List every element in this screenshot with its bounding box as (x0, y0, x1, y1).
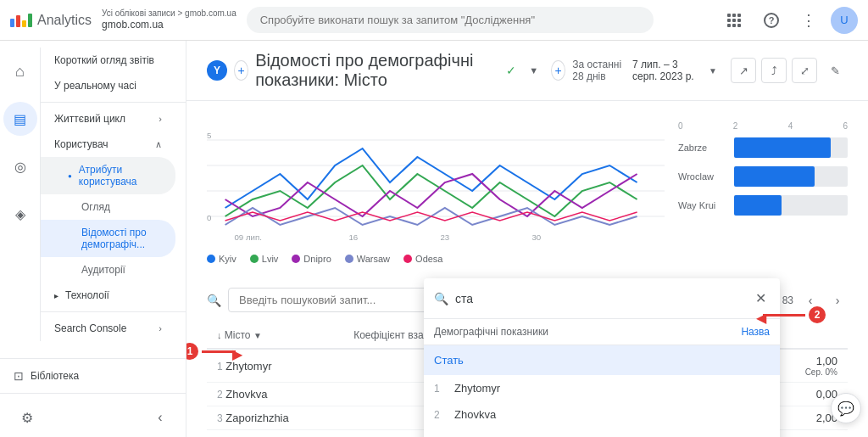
bar-axis-2: 2 (733, 121, 738, 131)
arrow-line-1: ▶ (202, 350, 236, 353)
content-inner: Y + Відомості про демографічні показники… (186, 41, 868, 437)
svg-text:23: 23 (440, 233, 449, 242)
row-name-1: Zhytomyr (454, 382, 770, 395)
edit-button[interactable]: ✎ (822, 58, 848, 83)
nav-activate-button[interactable]: ◈ (3, 197, 37, 231)
dropdown-search-input[interactable] (455, 292, 745, 305)
date-range[interactable]: За останні 28 днів 7 лип. – 3 серп. 2023… (572, 59, 717, 82)
bullet-icon-2: ▸ (54, 291, 58, 300)
arrow-label-2: 2 (809, 306, 826, 323)
export-button[interactable]: ↗ (731, 58, 756, 83)
dropdown-overlay: 🔍 ✕ Демографічні показники Назва Стать (424, 278, 780, 437)
bar-label-waykrui: Way Krui (678, 200, 729, 210)
sidebar-library-label: Бібліотека (31, 370, 79, 382)
dropdown-row[interactable]: 1 Zhytomyr (424, 375, 780, 401)
bar-bg-zabrze (734, 137, 848, 158)
date-chevron-icon: ▼ (709, 66, 717, 76)
account-info: Усі облікові записи > gmob.com.ua gmob.c… (102, 8, 236, 32)
legend-dot-lviv (250, 255, 259, 263)
search-small-icon: 🔍 (207, 294, 221, 307)
legend-dnipro: Dnipro (292, 254, 331, 264)
col-city-label: Місто (225, 329, 251, 341)
report-y-icon: Y (214, 64, 220, 76)
top-actions: ? ⋮ U (719, 5, 858, 36)
settings-button[interactable]: ⚙ (14, 404, 41, 431)
arrow-1-container: 1 ▶ (186, 343, 236, 360)
dropdown-search-icon: 🔍 (434, 292, 448, 305)
apps-button[interactable] (719, 5, 749, 36)
sidebar-item-user[interactable]: Користувач ∧ (41, 132, 175, 157)
bar-label-zabrze: Zabrze (678, 143, 729, 153)
dropdown-col2-label[interactable]: Назва (741, 326, 770, 338)
sidebar-item-demo[interactable]: Відомості про демографіч... (41, 220, 175, 257)
sidebar-divider-1 (41, 102, 186, 103)
sidebar-overview-label: Короткий огляд звітів (54, 54, 154, 66)
report-status-icon: ✓ (506, 64, 516, 77)
sidebar-item-overview[interactable]: Короткий огляд звітів (41, 48, 175, 73)
sidebar-item-user-overview[interactable]: Огляд (41, 194, 175, 220)
chevron-sc-icon: › (159, 323, 162, 333)
sidebar-realtime-label: У реальному часі (54, 80, 136, 92)
dropdown-row[interactable]: 2 Zhovkva (424, 401, 780, 428)
legend-label-odesa: Odesa (415, 254, 442, 264)
chevron-down-icon: › (159, 114, 162, 124)
add-widget-button[interactable]: + (551, 60, 565, 81)
bar-bg-waykrui (734, 195, 848, 216)
sidebar-divider-4 (0, 393, 186, 394)
help-button[interactable]: ? (756, 5, 787, 36)
chart-and-legend: 5 0 (207, 115, 848, 250)
svg-text:0: 0 (207, 214, 211, 222)
sidebar-item-library[interactable]: ⊡ Бібліотека (0, 362, 175, 389)
sidebar-item-search-console[interactable]: Search Console › (41, 316, 175, 341)
add-report-button[interactable]: + (234, 60, 248, 81)
svg-text:30: 30 (531, 233, 541, 242)
reports-icon: ▤ (14, 111, 26, 127)
chat-button[interactable]: 💬 (831, 393, 861, 423)
share-button[interactable]: ⤴ (761, 58, 787, 83)
svg-text:16: 16 (348, 233, 358, 242)
arrow-2-container: ◀ 2 (763, 306, 826, 323)
dropdown-col1-label: Демографічні показники (434, 326, 741, 338)
collapse-button[interactable]: ‹ (148, 406, 172, 429)
nav-reports-button[interactable]: ▤ (3, 102, 37, 136)
sidebar-item-realtime[interactable]: У реальному часі (41, 73, 175, 98)
sidebar-demo-label: Відомості про демографіч... (81, 227, 162, 250)
top-bar: Analytics Усі облікові записи > gmob.com… (0, 0, 868, 41)
customize-button[interactable]: ⤢ (792, 58, 817, 83)
sort-down-icon: ↓ (217, 330, 222, 340)
bullet-icon: ● (68, 172, 72, 180)
bar-axis-6: 6 (843, 121, 848, 131)
nav-home-button[interactable]: ⌂ (3, 54, 37, 88)
next-page-button[interactable]: › (827, 290, 848, 311)
legend-dot-warsaw (345, 255, 353, 263)
main-area: ⌂ ▤ ◎ ◈ (0, 41, 868, 437)
sidebar-item-audiences[interactable]: Аудиторії (41, 257, 175, 283)
apps-icon (727, 14, 741, 27)
date-value: 7 лип. – 3 серп. 2023 р. (632, 59, 705, 82)
chart-legend-right: 0 2 4 6 Zabrze (678, 115, 848, 250)
logo-area: Analytics (10, 13, 92, 28)
bar-item-wroclaw: Wroclaw (678, 166, 848, 187)
sidebar-user-label: Користувач (54, 138, 108, 150)
nav-explore-button[interactable]: ◎ (3, 149, 37, 183)
collapse-icon: ‹ (158, 410, 162, 425)
legend-kyiv: Kyiv (207, 254, 236, 264)
sidebar-item-user-attrs[interactable]: ● Атрибути користувача (41, 157, 175, 194)
sidebar-item-lifecycle[interactable]: Життєвий цикл › (41, 106, 175, 132)
arrow-line-2: ◀ (763, 314, 805, 317)
logo-icon (10, 14, 32, 27)
more-button[interactable]: ⋮ (793, 5, 824, 36)
bar-axis-0: 0 (678, 121, 683, 131)
dropdown-row[interactable]: 3 Zaporizhzhia (424, 428, 780, 437)
report-header: Y + Відомості про демографічні показники… (186, 41, 868, 101)
chevron-up-icon: ∧ (155, 139, 162, 150)
sidebar-user-attrs-label: Атрибути користувача (79, 164, 162, 188)
sidebar-item-tech[interactable]: ▸ Технолоії (41, 283, 175, 308)
settings-icon: ⚙ (21, 410, 33, 426)
avatar[interactable]: U (831, 7, 858, 34)
date-range-text: За останні 28 днів (572, 59, 629, 82)
svg-text:09 лип.: 09 лип. (234, 233, 262, 242)
report-dropdown-button[interactable]: ▼ (523, 55, 544, 86)
dropdown-highlighted-row[interactable]: Стать (424, 345, 780, 375)
search-input[interactable] (247, 7, 654, 33)
